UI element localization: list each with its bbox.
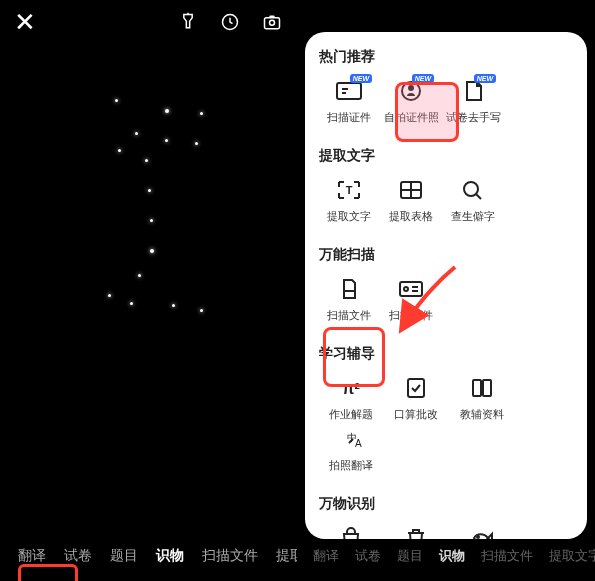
- item-photo-translate[interactable]: 中A 拍照翻译: [319, 426, 383, 473]
- section-universal-scan: 万能扫描 扫描文件 扫描证件: [319, 246, 573, 323]
- camera-icon[interactable]: [261, 11, 283, 33]
- svg-rect-2: [265, 18, 280, 29]
- translate-icon: 中A: [336, 426, 366, 452]
- item-label: 提取表格: [389, 209, 433, 224]
- item-scan-id2[interactable]: 扫描证件: [381, 276, 441, 323]
- item-label: 教辅资料: [460, 407, 504, 422]
- tab-scan-file: 扫描文件: [481, 547, 533, 565]
- item-extract-table[interactable]: 提取表格: [381, 177, 441, 224]
- id-icon: [396, 276, 426, 302]
- pi-icon: π²: [336, 375, 366, 401]
- history-icon[interactable]: [219, 11, 241, 33]
- item-find-product[interactable]: 搜同款商品: [319, 525, 383, 539]
- svg-point-17: [464, 182, 478, 196]
- fish-icon: [467, 525, 497, 539]
- section-title: 万能扫描: [319, 246, 573, 264]
- svg-point-3: [270, 20, 275, 25]
- camera-screen: ✕: [0, 0, 297, 581]
- tab-scan-file[interactable]: 扫描文件: [202, 547, 258, 565]
- svg-line-18: [476, 194, 481, 199]
- section-title: 万物识别: [319, 495, 573, 513]
- id-card-icon: NEW: [334, 78, 364, 104]
- tab-identify: 识物: [439, 547, 465, 565]
- item-label: 扫描文件: [327, 308, 371, 323]
- trash-icon: [401, 525, 431, 539]
- item-calories[interactable]: 查卡路里: [450, 525, 514, 539]
- text-scan-icon: T: [334, 177, 364, 203]
- section-study: 学习辅导 π² 作业解题 口算批改: [319, 345, 573, 473]
- svg-text:A: A: [355, 438, 362, 449]
- item-remove-handwriting[interactable]: NEW 试卷去手写: [443, 78, 503, 125]
- bag-icon: [336, 525, 366, 539]
- item-scan-file[interactable]: 扫描文件: [319, 276, 379, 323]
- svg-text:π²: π²: [342, 380, 360, 397]
- tab-question: 题目: [397, 547, 423, 565]
- item-teaching-materials[interactable]: 教辅资料: [450, 375, 514, 422]
- item-label: 扫描证件: [327, 110, 371, 125]
- camera-viewfinder: [0, 44, 297, 525]
- item-homework[interactable]: π² 作业解题: [319, 375, 383, 422]
- magnify-icon: [458, 177, 488, 203]
- item-label: 查生僻字: [451, 209, 495, 224]
- mode-tabs: 翻译 试卷 题目 识物 扫描文件 提取文字: [0, 547, 297, 565]
- annotation-highlight: [18, 564, 78, 581]
- svg-rect-26: [473, 380, 481, 396]
- table-icon: [396, 177, 426, 203]
- new-badge: NEW: [412, 74, 434, 83]
- section-popular: 热门推荐 NEW 扫描证件 NEW 自拍证件照: [319, 48, 573, 125]
- item-scan-id[interactable]: NEW 扫描证件: [319, 78, 379, 125]
- svg-text:T: T: [346, 184, 353, 196]
- tab-paper[interactable]: 试卷: [64, 547, 92, 565]
- paper-icon: NEW: [458, 78, 488, 104]
- item-label: 作业解题: [329, 407, 373, 422]
- close-button[interactable]: ✕: [14, 9, 36, 35]
- svg-point-21: [404, 287, 408, 291]
- item-rare-chars[interactable]: 查生僻字: [443, 177, 503, 224]
- selfie-icon: NEW: [396, 78, 426, 104]
- svg-point-12: [409, 86, 413, 90]
- section-title: 学习辅导: [319, 345, 573, 363]
- tab-identify[interactable]: 识物: [156, 547, 184, 565]
- section-extract-text: 提取文字 T 提取文字 提取表格: [319, 147, 573, 224]
- mode-tabs-blurred: 翻译 试卷 题目 识物 扫描文件 提取文字: [297, 547, 595, 565]
- item-extract-text[interactable]: T 提取文字: [319, 177, 379, 224]
- new-badge: NEW: [350, 74, 372, 83]
- item-label: 提取文字: [327, 209, 371, 224]
- tab-extract-text: 提取文字: [549, 547, 595, 565]
- section-title: 提取文字: [319, 147, 573, 165]
- check-doc-icon: [401, 375, 431, 401]
- svg-rect-27: [483, 380, 491, 396]
- item-trash-sort[interactable]: 垃圾分类: [385, 525, 449, 539]
- file-icon: [334, 276, 364, 302]
- tab-paper: 试卷: [355, 547, 381, 565]
- section-title: 热门推荐: [319, 48, 573, 66]
- item-label: 拍照翻译: [329, 458, 373, 473]
- new-badge: NEW: [474, 74, 496, 83]
- svg-rect-25: [408, 379, 424, 397]
- tab-question[interactable]: 题目: [110, 547, 138, 565]
- item-label: 试卷去手写: [446, 110, 501, 125]
- section-identify: 万物识别 搜同款商品 垃圾分类: [319, 495, 573, 539]
- tab-translate[interactable]: 翻译: [18, 547, 46, 565]
- top-bar-left: ✕: [0, 0, 297, 44]
- tab-extract-text[interactable]: 提取文字: [276, 547, 297, 565]
- books-icon: [467, 375, 497, 401]
- menu-screen: ✕ 热门推荐: [297, 0, 595, 581]
- svg-rect-8: [337, 83, 361, 99]
- tab-translate: 翻译: [313, 547, 339, 565]
- item-label: 口算批改: [394, 407, 438, 422]
- features-panel: 热门推荐 NEW 扫描证件 NEW 自拍证件照: [305, 32, 587, 539]
- item-mental-math[interactable]: 口算批改: [385, 375, 449, 422]
- svg-point-30: [477, 536, 479, 538]
- flashlight-icon[interactable]: [177, 11, 199, 33]
- item-label: 自拍证件照: [384, 110, 439, 125]
- item-label: 扫描证件: [389, 308, 433, 323]
- item-selfie-id[interactable]: NEW 自拍证件照: [381, 78, 441, 125]
